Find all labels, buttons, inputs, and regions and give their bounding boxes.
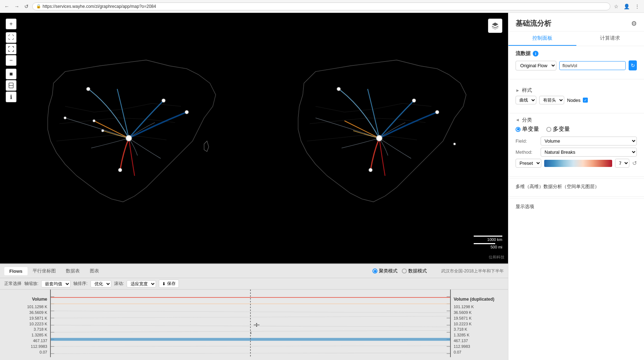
back-button[interactable]: ← bbox=[3, 3, 11, 10]
chart-subtitle: 武汉市全国-2018上半年和下半年 bbox=[441, 268, 504, 274]
left-val-8: 0.07 bbox=[40, 350, 47, 354]
method-label: Method: bbox=[516, 149, 541, 155]
flow-row: Original Flow Flow Type 2 ↻ bbox=[516, 60, 637, 70]
tab-data-table[interactable]: 数据表 bbox=[61, 266, 85, 276]
right-val-0: 101.1298 K bbox=[454, 305, 474, 309]
nodes-row: Nodes ✓ bbox=[567, 98, 588, 103]
url-text: https://services.wayhe.com/zi/graphrecap… bbox=[43, 4, 156, 9]
chart-lines-area[interactable]: ✛ ↓ bbox=[50, 290, 451, 357]
svg-point-5 bbox=[118, 168, 122, 172]
panel-tabs: 控制面板 计算请求 bbox=[508, 31, 644, 46]
style-chevron: ► bbox=[516, 88, 520, 93]
flow-value-input[interactable] bbox=[559, 61, 626, 70]
save-label: 保存 bbox=[167, 281, 176, 287]
tab-compute-request[interactable]: 计算请求 bbox=[576, 31, 644, 46]
left-val-3: 10.2223 K bbox=[29, 322, 47, 326]
info-tool-button[interactable]: ℹ bbox=[6, 92, 16, 102]
scroll-label: 滚动: bbox=[114, 281, 124, 287]
axis-sort-select[interactable]: 优化 bbox=[91, 280, 111, 287]
reload-button[interactable]: ↺ bbox=[23, 3, 30, 10]
svg-point-11 bbox=[412, 99, 416, 102]
right-val-7: 112.9983 bbox=[454, 344, 470, 349]
classify-collapsible[interactable]: ▼ 分类 bbox=[516, 115, 637, 125]
left-val-6: 467.137 bbox=[33, 339, 47, 343]
save-button[interactable]: ⬇ 保存 bbox=[159, 280, 179, 288]
right-val-2: 19.5871 K bbox=[454, 316, 472, 320]
left-val-0: 101.1298 K bbox=[27, 305, 47, 309]
svg-point-7 bbox=[93, 120, 95, 122]
bookmark-tool-button[interactable] bbox=[6, 80, 16, 91]
field-label: Field: bbox=[516, 138, 541, 144]
color-count-select[interactable]: 7 5 6 8 9 bbox=[615, 159, 629, 168]
mode-controls: 聚类模式 数据模式 bbox=[372, 268, 427, 274]
flow-type-select[interactable]: Original Flow Flow Type 2 bbox=[516, 61, 556, 70]
single-var-radio[interactable]: 单变量 bbox=[516, 125, 539, 133]
left-val-2: 19.5871 K bbox=[29, 316, 47, 320]
reset-colors-button[interactable]: ↺ bbox=[632, 160, 637, 167]
forward-button[interactable]: → bbox=[13, 3, 21, 10]
method-select[interactable]: Natural Breaks bbox=[541, 148, 637, 157]
scroll-select[interactable]: 适应宽度 bbox=[127, 280, 156, 287]
left-val-1: 36.5609 K bbox=[29, 310, 47, 315]
arrow-select[interactable]: 有箭头 无箭头 bbox=[539, 96, 564, 104]
menu-button[interactable]: ⋮ bbox=[633, 3, 641, 10]
tab-parallel[interactable]: 平行坐标图 bbox=[28, 266, 61, 276]
china-map-right[interactable] bbox=[258, 20, 501, 256]
svg-text:↓: ↓ bbox=[249, 330, 253, 335]
user-account-button[interactable]: 👤 bbox=[622, 3, 631, 10]
preset-row: Preset 7 5 6 8 9 ↺ bbox=[516, 159, 637, 168]
axis-scale-label: 轴缩放: bbox=[24, 281, 38, 287]
right-val-3: 10.2223 K bbox=[454, 322, 472, 326]
browser-bar: ← → ↺ 🔒 https://services.wayhe.com/zi/gr… bbox=[0, 0, 644, 13]
panel-header: 基础流分析 ⚙ bbox=[508, 13, 644, 31]
multi-var-radio[interactable]: 多变量 bbox=[546, 125, 570, 133]
fit-button[interactable] bbox=[6, 44, 16, 54]
color-gradient bbox=[544, 160, 612, 167]
flow-data-title: 流数据 i bbox=[516, 50, 637, 57]
nodes-checkbox[interactable]: ✓ bbox=[583, 98, 588, 103]
tab-chart[interactable]: 图表 bbox=[85, 266, 104, 276]
settings-button[interactable]: ⚙ bbox=[631, 20, 637, 28]
style-collapsible[interactable]: ► 样式 bbox=[516, 85, 637, 96]
right-axis-title: Volume (duplicated) bbox=[454, 297, 494, 302]
line-type-select[interactable]: 曲线 直线 bbox=[516, 96, 536, 104]
data-mode-radio[interactable]: 数据模式 bbox=[402, 268, 427, 274]
classify-title: 分类 bbox=[522, 117, 532, 123]
right-val-8: 0.07 bbox=[454, 350, 461, 354]
left-axis-title: Volume bbox=[32, 297, 47, 302]
zoom-out-button[interactable]: − bbox=[6, 55, 16, 66]
china-map-left[interactable] bbox=[7, 20, 250, 256]
map-canvas: + ⛶ − ■ ℹ bbox=[0, 13, 508, 263]
toolbar-row: 正常选择 轴缩放: 嵌套均值 轴排序: 优化 滚动: 适应宽度 ⬇ 保存 bbox=[0, 278, 508, 290]
svg-point-14 bbox=[453, 143, 455, 145]
field-select[interactable]: Volume bbox=[541, 137, 637, 146]
svg-point-13 bbox=[369, 168, 372, 172]
preset-select[interactable]: Preset bbox=[516, 159, 541, 168]
display-section: 显示选项 bbox=[508, 198, 644, 215]
right-val-1: 36.5609 K bbox=[454, 310, 472, 315]
multi-section: 多维（高维）数据分析（空间单元图层） bbox=[508, 178, 644, 195]
bottom-panel: Flows 平行坐标图 数据表 图表 聚类模式 数据模式 武汉市全国-2018上… bbox=[0, 263, 508, 360]
refresh-button[interactable]: ↻ bbox=[629, 60, 637, 70]
zoom-in-button[interactable]: + bbox=[6, 19, 16, 29]
panel-title: 基础流分析 bbox=[516, 19, 551, 28]
method-row: Method: Natural Breaks bbox=[516, 148, 637, 157]
url-bar[interactable]: 🔒 https://services.wayhe.com/zi/graphrec… bbox=[32, 3, 610, 10]
map-controls: + ⛶ − ■ ℹ bbox=[6, 19, 16, 102]
tab-control-panel[interactable]: 控制面板 bbox=[508, 31, 576, 46]
axis-scale-select[interactable]: 嵌套均值 bbox=[41, 280, 70, 287]
multi-title[interactable]: 多维（高维）数据分析（空间单元图层） bbox=[516, 181, 637, 193]
lock-icon: 🔒 bbox=[36, 4, 41, 9]
map-area: + ⛶ − ■ ℹ bbox=[0, 13, 508, 360]
multi-var-radio-circle bbox=[546, 127, 551, 132]
bookmark-star-button[interactable]: ☆ bbox=[613, 3, 620, 10]
nodes-label: Nodes bbox=[567, 98, 581, 103]
fullscreen-button[interactable]: ⛶ bbox=[6, 32, 16, 43]
flow-data-info-icon[interactable]: i bbox=[533, 51, 538, 56]
tab-flows[interactable]: Flows bbox=[4, 267, 28, 275]
display-title[interactable]: 显示选项 bbox=[516, 201, 637, 213]
cluster-mode-radio[interactable]: 聚类模式 bbox=[372, 268, 397, 274]
main-container: + ⛶ − ■ ℹ bbox=[0, 13, 644, 360]
classify-section: ▼ 分类 单变量 多变量 Field: Volume bbox=[508, 115, 644, 175]
square-tool-button[interactable]: ■ bbox=[6, 69, 16, 79]
